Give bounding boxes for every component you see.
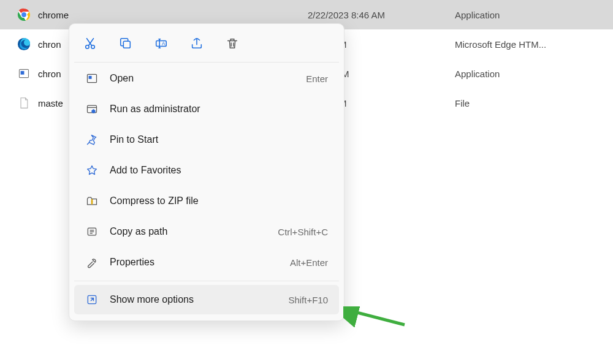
menu-properties[interactable]: Properties Alt+Enter <box>74 248 339 277</box>
svg-line-16 <box>352 311 405 325</box>
menu-show-more-options[interactable]: Show more options Shift+F10 <box>74 285 339 314</box>
separator <box>74 281 339 281</box>
file-icon <box>17 96 31 110</box>
context-menu: A Open Enter <box>69 23 345 321</box>
zip-icon <box>85 194 99 208</box>
copy-path-icon <box>85 225 99 238</box>
menu-copy-as-path[interactable]: Copy as path Ctrl+Shift+C <box>74 217 339 246</box>
cut-icon[interactable] <box>83 36 97 51</box>
rename-icon[interactable]: A <box>154 36 169 51</box>
edge-icon <box>17 37 31 51</box>
separator <box>74 62 339 63</box>
menu-label: Add to Favorites <box>110 165 328 176</box>
file-date: 2/22/2023 8:46 AM <box>308 10 455 20</box>
menu-accelerator: Ctrl+Shift+C <box>278 227 328 237</box>
menu-open[interactable]: Open Enter <box>74 64 339 93</box>
menu-accelerator: Shift+F10 <box>288 295 328 305</box>
menu-label: Open <box>110 73 306 84</box>
annotation-arrow <box>343 306 411 333</box>
delete-icon[interactable] <box>225 36 240 51</box>
star-icon <box>85 164 99 177</box>
context-toolbar: A <box>69 24 344 62</box>
pin-icon <box>85 133 99 146</box>
menu-label: Run as administrator <box>110 104 328 115</box>
svg-text:A: A <box>162 41 166 47</box>
application-icon <box>17 67 31 80</box>
menu-label: Show more options <box>110 294 288 305</box>
svg-rect-12 <box>89 76 92 79</box>
chrome-icon <box>17 8 31 21</box>
wrench-icon <box>85 256 99 269</box>
menu-label: Properties <box>110 257 290 268</box>
menu-add-to-favorites[interactable]: Add to Favorites <box>74 156 339 185</box>
menu-label: Copy as path <box>110 226 278 237</box>
file-type: File <box>455 98 470 108</box>
file-type: Application <box>455 10 500 20</box>
file-type: Microsoft Edge HTM... <box>455 39 546 50</box>
share-icon[interactable] <box>189 36 204 51</box>
menu-label: Compress to ZIP file <box>110 195 328 207</box>
file-name: chrome <box>38 10 308 20</box>
file-type: Application <box>455 69 500 79</box>
svg-rect-5 <box>21 71 25 75</box>
admin-icon <box>85 102 99 116</box>
menu-label: Pin to Start <box>110 134 328 145</box>
menu-run-as-administrator[interactable]: Run as administrator <box>74 94 339 124</box>
open-icon <box>85 72 99 85</box>
menu-pin-to-start[interactable]: Pin to Start <box>74 125 339 154</box>
copy-icon[interactable] <box>118 36 133 51</box>
show-more-icon <box>85 293 99 306</box>
svg-point-2 <box>21 12 26 17</box>
menu-accelerator: Alt+Enter <box>290 257 328 268</box>
menu-compress-to-zip[interactable]: Compress to ZIP file <box>74 186 339 216</box>
menu-accelerator: Enter <box>306 74 328 84</box>
svg-rect-8 <box>123 41 130 48</box>
